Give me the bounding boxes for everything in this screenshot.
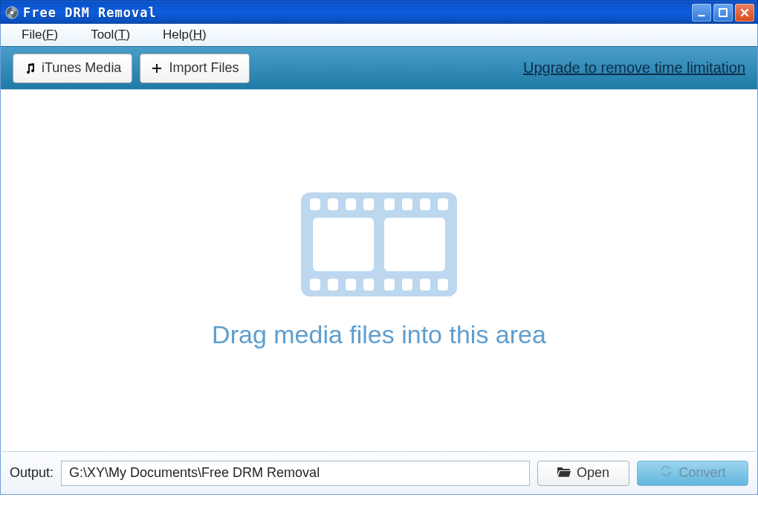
film-strip-icon xyxy=(301,192,457,299)
svg-rect-3 xyxy=(699,15,705,16)
refresh-icon xyxy=(659,464,673,481)
drop-area[interactable]: Drag media files into this area xyxy=(0,89,758,452)
app-window: Free DRM Removal File(F) Tool(T) Help(H)… xyxy=(0,0,758,532)
import-files-label: Import Files xyxy=(169,60,239,76)
close-button[interactable] xyxy=(735,4,754,22)
svg-rect-6 xyxy=(310,198,320,210)
svg-rect-18 xyxy=(384,279,395,291)
svg-rect-11 xyxy=(402,198,412,210)
menu-tool-close: ) xyxy=(126,27,130,42)
output-label: Output: xyxy=(10,465,54,481)
convert-button-label: Convert xyxy=(678,465,725,481)
svg-rect-10 xyxy=(384,198,395,210)
svg-rect-23 xyxy=(384,218,445,271)
titlebar[interactable]: Free DRM Removal xyxy=(0,0,758,24)
svg-rect-16 xyxy=(346,279,356,291)
open-button-label: Open xyxy=(577,465,609,481)
svg-rect-17 xyxy=(363,279,374,291)
svg-rect-14 xyxy=(310,279,320,291)
upgrade-link[interactable]: Upgrade to remove time limitation xyxy=(523,59,745,77)
maximize-button[interactable] xyxy=(713,4,733,22)
svg-rect-7 xyxy=(328,198,338,210)
menu-help-close: ) xyxy=(202,27,207,42)
menu-file-key: F xyxy=(46,27,54,42)
output-path-input[interactable] xyxy=(61,461,530,486)
menu-help-label: Help( xyxy=(163,27,193,42)
menubar: File(F) Tool(T) Help(H) xyxy=(0,24,758,46)
svg-rect-22 xyxy=(313,218,374,271)
convert-button[interactable]: Convert xyxy=(637,461,748,486)
menu-help[interactable]: Help(H) xyxy=(146,26,223,44)
svg-point-2 xyxy=(10,10,14,14)
menu-file[interactable]: File(F) xyxy=(5,26,74,44)
svg-rect-4 xyxy=(719,9,727,16)
menu-help-key: H xyxy=(193,27,202,42)
itunes-media-button[interactable]: iTunes Media xyxy=(13,53,132,83)
drop-area-text: Drag media files into this area xyxy=(212,320,546,349)
svg-rect-15 xyxy=(328,279,338,291)
minimize-button[interactable] xyxy=(692,4,711,22)
toolbar: iTunes Media Import Files Upgrade to rem… xyxy=(0,46,758,89)
menu-tool[interactable]: Tool(T) xyxy=(74,26,146,44)
plus-icon xyxy=(151,62,163,74)
menu-tool-label: Tool( xyxy=(91,27,118,42)
bottombar: Output: Open Convert xyxy=(0,452,758,495)
menu-file-close: ) xyxy=(54,27,58,42)
window-title: Free DRM Removal xyxy=(23,5,157,20)
svg-rect-20 xyxy=(420,279,430,291)
svg-rect-21 xyxy=(438,279,448,291)
svg-rect-19 xyxy=(402,279,412,291)
svg-rect-12 xyxy=(420,198,430,210)
svg-rect-8 xyxy=(346,198,356,210)
app-icon xyxy=(5,6,19,19)
folder-open-icon xyxy=(557,465,571,481)
menu-tool-key: T xyxy=(118,27,126,42)
svg-rect-13 xyxy=(438,198,448,210)
menu-file-label: File( xyxy=(22,27,46,42)
open-button[interactable]: Open xyxy=(537,461,629,486)
itunes-media-label: iTunes Media xyxy=(42,60,121,76)
svg-rect-9 xyxy=(363,198,374,210)
music-note-icon xyxy=(24,62,36,74)
import-files-button[interactable]: Import Files xyxy=(140,53,250,83)
